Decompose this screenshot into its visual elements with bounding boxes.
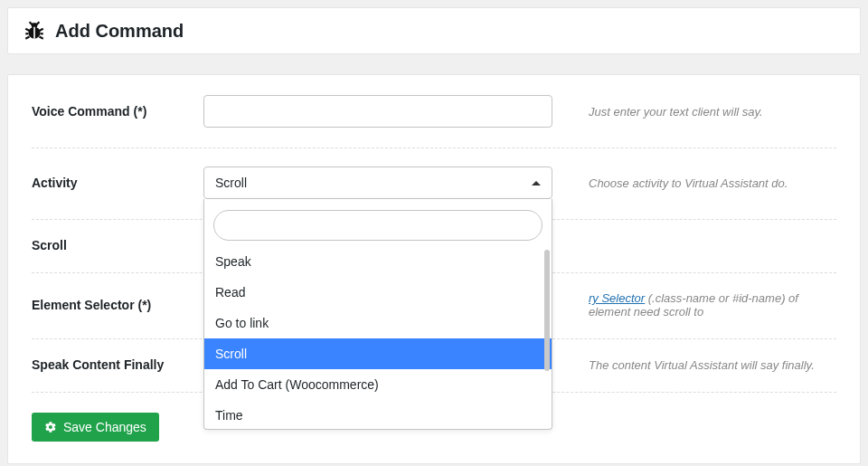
gear-icon (44, 421, 57, 433)
activity-option[interactable]: Time (204, 400, 552, 427)
page-title: Add Command (55, 21, 184, 42)
activity-option[interactable]: Add To Cart (Woocommerce) (204, 369, 552, 400)
activity-option[interactable]: Speak (204, 246, 552, 277)
activity-option[interactable]: Scroll (204, 338, 552, 369)
svg-line-4 (36, 22, 39, 24)
label-element-selector: Element Selector (*) (32, 298, 203, 312)
row-activity: Activity Scroll SpeakReadGo to linkScrol… (32, 148, 836, 220)
save-button[interactable]: Save Changes (32, 413, 159, 442)
activity-options-list: SpeakReadGo to linkScrollAdd To Cart (Wo… (204, 246, 552, 427)
activity-dropdown: SpeakReadGo to linkScrollAdd To Cart (Wo… (203, 199, 552, 430)
row-voice-command: Voice Command (*) Just enter your text c… (32, 95, 836, 148)
activity-option[interactable]: Go to link (204, 308, 552, 338)
svg-line-3 (30, 22, 33, 24)
label-scroll: Scroll (32, 238, 203, 252)
svg-line-6 (39, 29, 42, 31)
activity-dropdown-search[interactable] (213, 210, 542, 241)
label-speak-finally: Speak Content Finally (32, 357, 203, 372)
label-activity: Activity (32, 176, 203, 190)
page-header: Add Command (7, 7, 861, 54)
jquery-selector-link[interactable]: ry Selector (589, 291, 645, 305)
voice-command-input[interactable] (203, 95, 552, 128)
hint-speak-finally: The content Virtual Assistant will say f… (552, 358, 836, 372)
svg-line-9 (25, 37, 29, 39)
save-button-label: Save Changes (63, 420, 146, 434)
activity-select[interactable]: Scroll (203, 166, 552, 199)
chevron-up-icon (532, 181, 541, 185)
hint-element-selector: ry Selector (.class-name or #id-name) of… (552, 291, 836, 319)
activity-selected-value: Scroll (215, 176, 247, 190)
scrollbar[interactable] (544, 250, 550, 371)
svg-line-5 (25, 29, 29, 31)
hint-voice-command: Just enter your text client will say. (552, 105, 836, 119)
form-container: Voice Command (*) Just enter your text c… (7, 74, 861, 464)
activity-option[interactable]: Read (204, 277, 552, 308)
label-voice-command: Voice Command (*) (32, 104, 203, 119)
svg-line-10 (39, 37, 42, 39)
hint-activity: Choose activity to Virtual Assistant do. (552, 176, 836, 190)
bug-icon (23, 19, 46, 43)
